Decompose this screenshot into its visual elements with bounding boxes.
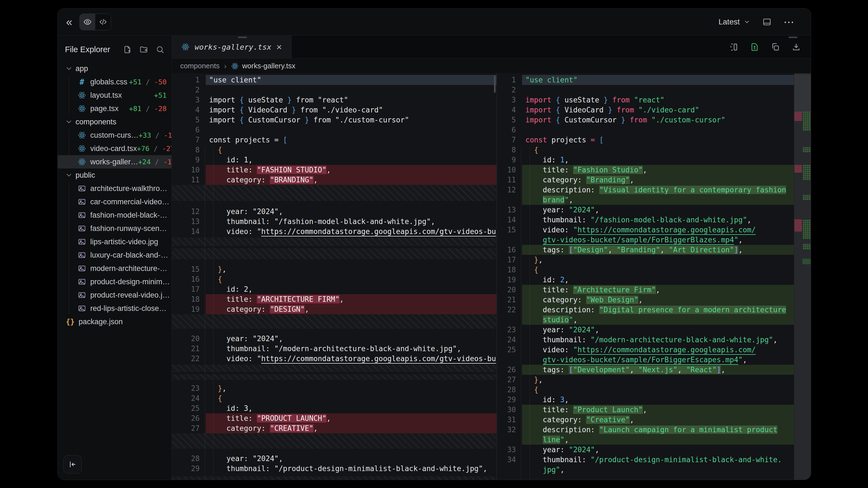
tree-file-video-card.tsx[interactable]: video-card.tsx+76 / -27: [58, 142, 172, 155]
code-line[interactable]: 18 {: [497, 265, 794, 275]
code-line[interactable]: 13 thumbnail: "/fashion-model-black-and-…: [172, 217, 496, 227]
tree-file-product-design-minim-[interactable]: product-design-minim…: [58, 275, 172, 288]
code-line[interactable]: 23 year: "2024",: [497, 325, 794, 335]
code-line[interactable]: 25 video: "https://commondatastorage.goo…: [497, 345, 794, 355]
code-line[interactable]: 26 title: "PRODUCT LAUNCH",: [172, 413, 496, 423]
tree-file-page.tsx[interactable]: page.tsx+81 / -28: [58, 102, 172, 115]
code-line[interactable]: 26 tags: ["Development", "Next.js", "Rea…: [497, 365, 794, 375]
code-line[interactable]: gtv-videos-bucket/sample/ForBiggerBlazes…: [497, 235, 794, 245]
tree-file-custom-curs-[interactable]: custom-curs…+33 / -12: [58, 129, 172, 142]
code-line[interactable]: 17 },: [497, 255, 794, 265]
tree-file-architecture-walkthro-[interactable]: architecture-walkthro…: [58, 182, 172, 195]
tree-file-package.json[interactable]: {}package.json: [58, 315, 172, 328]
code-line[interactable]: 24 thumbnail: "/modern-architecture-blac…: [497, 335, 794, 345]
breadcrumb-file[interactable]: works-gallery.tsx: [231, 62, 296, 70]
code-line[interactable]: line",: [497, 435, 794, 445]
code-line[interactable]: 30 title: "Product Launch",: [497, 405, 794, 415]
code-line[interactable]: 9 id: 1,: [497, 155, 794, 165]
code-line[interactable]: 7const projects = [: [497, 135, 794, 145]
code-line[interactable]: 29 thumbnail: "/product-design-minimalis…: [172, 463, 496, 474]
code-line[interactable]: 4import { VideoCard } from "./video-card…: [497, 105, 794, 115]
code-line[interactable]: jpg",: [497, 465, 794, 475]
copy-icon[interactable]: [771, 42, 780, 52]
preview-toggle-button[interactable]: [80, 14, 95, 30]
code-line[interactable]: 34 thumbnail: "/product-design-minimalis…: [497, 455, 794, 465]
code-line[interactable]: 2: [497, 85, 794, 95]
tree-file-layout.tsx[interactable]: layout.tsx+51: [58, 89, 172, 102]
code-line[interactable]: 16 {: [172, 274, 496, 284]
tree-file-modern-architecture-[interactable]: modern-architecture-…: [58, 262, 172, 275]
code-line[interactable]: 14 video: "https://commondatastorage.goo…: [172, 227, 496, 236]
diff-pane-original[interactable]: 1"use client"23import { useState } from …: [172, 73, 497, 480]
code-line[interactable]: studio",: [497, 315, 794, 325]
code-line[interactable]: 5import { CustomCursor } from "./custom-…: [172, 115, 496, 125]
code-line[interactable]: 15 },: [172, 264, 496, 274]
code-line[interactable]: 18 title: "ARCHITECTURE FIRM",: [172, 294, 496, 304]
code-line[interactable]: 19 category: "DESIGN",: [172, 304, 496, 314]
code-line[interactable]: 9 id: 1,: [172, 155, 496, 165]
code-line[interactable]: 3import { useState } from "react": [497, 95, 794, 105]
code-line[interactable]: 3import { useState } from "react": [172, 95, 496, 105]
code-line[interactable]: 12 description: "Visual identity for a c…: [497, 185, 794, 195]
code-line[interactable]: 28 {: [497, 385, 794, 395]
code-line[interactable]: 19 id: 2,: [497, 275, 794, 285]
tree-file-luxury-car-black-and-[interactable]: luxury-car-black-and-…: [58, 249, 172, 262]
tree-file-globals.css[interactable]: #globals.css+51 / -50: [58, 75, 172, 89]
code-line[interactable]: brand",: [497, 195, 794, 205]
code-line[interactable]: 23 },: [172, 383, 496, 393]
tab-scroll-thumb[interactable]: [238, 37, 247, 38]
code-line[interactable]: 11 category: "Branding",: [497, 175, 794, 185]
code-line[interactable]: 4import { VideoCard } from "./video-card…: [172, 105, 496, 115]
tree-file-fashion-runway-scen-[interactable]: fashion-runway-scen…: [58, 222, 172, 235]
code-line[interactable]: 1"use client": [497, 75, 794, 85]
tab-works-gallery[interactable]: works-gallery.tsx ×: [172, 36, 291, 58]
tree-file-fashion-model-black-[interactable]: fashion-model-black-…: [58, 208, 172, 222]
code-line[interactable]: 31 category: "Creative",: [497, 415, 794, 425]
code-line[interactable]: 22 video: "https://commondatastorage.goo…: [172, 354, 496, 364]
scrollbar-thumb[interactable]: [494, 75, 496, 93]
code-line[interactable]: 20 title: "Architecture Firm",: [497, 285, 794, 295]
code-line[interactable]: 12 year: "2024",: [172, 206, 496, 217]
breadcrumb-folder[interactable]: components: [180, 62, 220, 70]
code-line[interactable]: 10 title: "Fashion Studio",: [497, 165, 794, 175]
code-line[interactable]: 29 id: 3,: [497, 395, 794, 405]
tree-folder-app[interactable]: app: [58, 62, 172, 75]
code-line[interactable]: 8 {: [497, 145, 794, 155]
code-line[interactable]: 6: [497, 125, 794, 135]
code-line[interactable]: 8 {: [172, 145, 496, 155]
tree-file-product-reveal-video.j-[interactable]: product-reveal-video.j…: [58, 288, 172, 302]
tree-file-works-galler-[interactable]: works-galler…+24 / -13: [58, 155, 172, 168]
code-line[interactable]: 14 thumbnail: "/fashion-model-black-and-…: [497, 215, 794, 225]
more-menu-icon[interactable]: ⋯: [783, 18, 795, 26]
code-line[interactable]: 28 year: "2024",: [172, 454, 496, 463]
new-folder-icon[interactable]: [140, 45, 148, 54]
tree-folder-public[interactable]: public: [58, 168, 172, 182]
code-line[interactable]: gtv-videos-bucket/sample/ForBiggerEscape…: [497, 355, 794, 365]
file-diff-icon[interactable]: [750, 42, 759, 52]
code-line[interactable]: 32 description: "Launch campaign for a m…: [497, 425, 794, 435]
code-line[interactable]: 24 {: [172, 393, 496, 403]
code-line[interactable]: 2: [172, 85, 496, 95]
code-toggle-button[interactable]: [95, 14, 111, 30]
tree-file-car-commercial-video-[interactable]: car-commercial-video…: [58, 195, 172, 208]
code-line[interactable]: 13 year: "2024",: [497, 205, 794, 215]
code-line[interactable]: 16 tags: ["Design", "Branding", "Art Dir…: [497, 245, 794, 255]
code-line[interactable]: 25 id: 3,: [172, 403, 496, 413]
code-line[interactable]: 15 video: "https://commondatastorage.goo…: [497, 225, 794, 235]
code-line[interactable]: 27 category: "CREATIVE",: [172, 423, 496, 433]
code-line[interactable]: 5import { CustomCursor } from "./custom-…: [497, 115, 794, 125]
diff-pane-modified[interactable]: 1"use client"23import { useState } from …: [497, 73, 811, 480]
code-line[interactable]: 11 category: "BRANDING",: [172, 175, 496, 185]
code-line[interactable]: 21 thumbnail: "/modern-architecture-blac…: [172, 344, 496, 354]
collapse-panel-icon[interactable]: «: [66, 17, 72, 28]
code-line[interactable]: 6: [172, 125, 496, 135]
new-file-icon[interactable]: [123, 45, 132, 54]
code-line[interactable]: 27 },: [497, 375, 794, 385]
collapse-sidebar-button[interactable]: [63, 455, 82, 474]
diff-overview-ruler[interactable]: [794, 73, 811, 480]
code-line[interactable]: 1"use client": [172, 75, 496, 85]
code-line[interactable]: 10 title: "FASHION STUDIO",: [172, 165, 496, 175]
split-view-icon[interactable]: [729, 42, 738, 52]
tree-file-lips-artistic-video.jpg[interactable]: lips-artistic-video.jpg: [58, 235, 172, 249]
code-line[interactable]: 17 id: 2,: [172, 284, 496, 294]
